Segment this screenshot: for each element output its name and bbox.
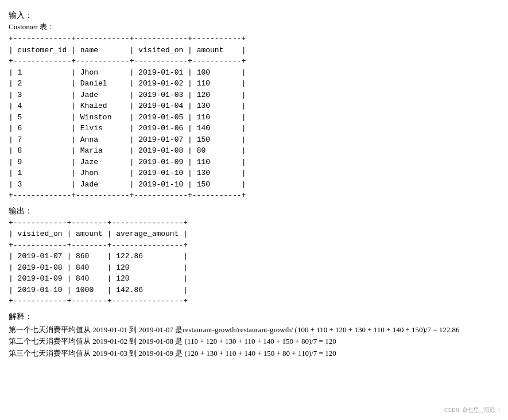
explanation-line3: 第三个七天消费平均值从 2019-01-03 到 2019-01-09 是 (1… <box>9 348 499 360</box>
input-section: 输入： Customer 表： +-------------+---------… <box>9 10 499 201</box>
explanation-line1: 第一个七天消费平均值从 2019-01-01 到 2019-01-07 是res… <box>9 324 499 336</box>
explanation-line2: 第二个七天消费平均值从 2019-01-02 到 2019-01-08 是 (1… <box>9 336 499 348</box>
input-table: +-------------+------------+------------… <box>9 33 499 201</box>
explanation-label: 解释： <box>9 312 499 322</box>
customer-table-label: Customer 表： <box>9 22 499 32</box>
output-section: 输出： +------------+--------+-------------… <box>9 206 499 307</box>
output-table: +------------+--------+----------------+… <box>9 217 499 307</box>
explanation-section: 解释： 第一个七天消费平均值从 2019-01-01 到 2019-01-07 … <box>9 312 499 360</box>
watermark: CSDN @七星_海欣！ <box>444 406 502 414</box>
output-label: 输出： <box>9 206 499 216</box>
input-label: 输入： <box>9 10 499 21</box>
